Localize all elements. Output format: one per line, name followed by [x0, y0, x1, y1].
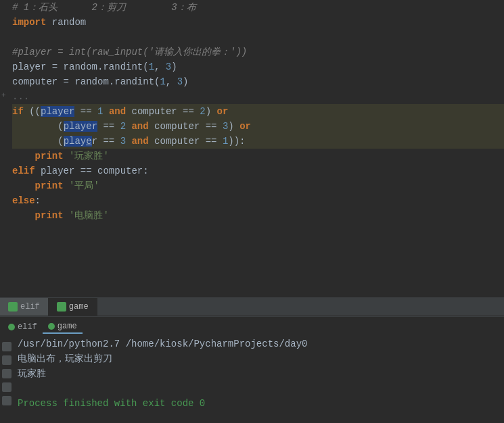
terminal-sidebar [0, 337, 14, 423]
code-line: elif player == computer: [12, 164, 504, 178]
code-line-fold: ... [12, 89, 504, 104]
terminal-command-line: /usr/bin/python2.7 /home/kiosk/PycharmPr… [18, 337, 504, 351]
terminal-output-line-2: 玩家胜 [18, 366, 504, 381]
run-elif-icon [8, 324, 15, 330]
fold-marker[interactable]: + [1, 89, 6, 100]
terminal-content: /usr/bin/python2.7 /home/kiosk/PycharmPr… [14, 337, 504, 423]
code-line [12, 30, 504, 45]
code-line: # 1：石头 2：剪刀 3：布 [12, 0, 504, 15]
run-tab-elif-label: elif [18, 322, 37, 332]
tab-game-label: game [69, 298, 89, 316]
terminal-output-line-1: 电脑出布，玩家出剪刀 [18, 351, 504, 366]
code-line: (player == 3 and computer == 1)): [12, 134, 504, 149]
terminal-sidebar-icon-3[interactable] [2, 369, 12, 378]
left-gutter-special: + [0, 0, 8, 297]
run-tab-game-label: game [58, 322, 77, 331]
run-bar: elif game [0, 316, 504, 337]
editor-area: + # 1：石头 2：剪刀 3：布 import random #player … [0, 0, 504, 297]
code-line: computer = random.randint(1, 3) [12, 74, 504, 89]
terminal-sidebar-icon-5[interactable] [2, 396, 12, 405]
terminal-sidebar-icon-1[interactable] [2, 342, 12, 351]
code-line: player = random.randint(1, 3) [12, 59, 504, 74]
tab-elif-label: elif [20, 298, 40, 316]
code-line: print '玩家胜' [12, 149, 504, 164]
tab-game[interactable]: game [49, 298, 97, 316]
terminal-sidebar-icon-4[interactable] [2, 382, 12, 392]
tab-elif[interactable]: elif [0, 298, 49, 316]
elif-tab-icon [8, 302, 18, 312]
run-game-icon [48, 323, 55, 330]
terminal-sidebar-icon-2[interactable] [2, 355, 12, 365]
code-line: (player == 2 and computer == 3) or [12, 119, 504, 134]
editor-tab-bar: elif game [0, 297, 504, 316]
game-tab-icon [57, 302, 66, 312]
code-line: print '平局' [12, 178, 504, 193]
terminal-area: /usr/bin/python2.7 /home/kiosk/PycharmPr… [0, 337, 504, 423]
code-line: #player = int(raw_input('请输入你出的拳：')) [12, 45, 504, 59]
terminal-exit-line: Process finished with exit code 0 [18, 396, 504, 411]
terminal-empty-line [18, 381, 504, 396]
code-area: # 1：石头 2：剪刀 3：布 import random #player = … [8, 0, 504, 297]
code-line: print '电脑胜' [12, 208, 504, 223]
code-line: else: [12, 193, 504, 208]
run-tab-elif[interactable]: elif [3, 321, 43, 333]
run-tab-game[interactable]: game [43, 320, 83, 334]
code-line: if ((player == 1 and computer == 2) or [12, 104, 504, 119]
code-line: import random [12, 15, 504, 30]
